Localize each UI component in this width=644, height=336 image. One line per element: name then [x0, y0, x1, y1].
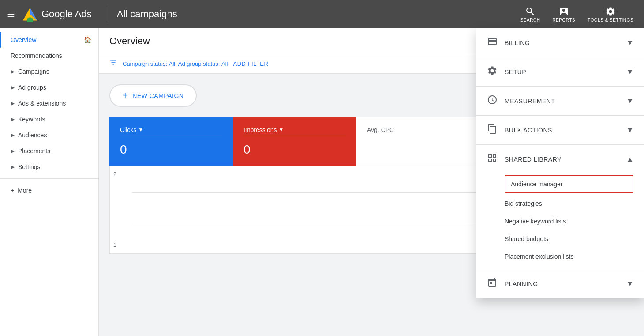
filter-value2[interactable]: All	[221, 60, 228, 67]
sidebar-item-settings[interactable]: ▶ Settings	[0, 159, 98, 175]
impressions-label: Impressions ▼	[243, 126, 346, 137]
y-label-1: 1	[113, 242, 128, 248]
billing-header[interactable]: BILLING ▼	[476, 28, 644, 57]
home-icon: 🏠	[84, 36, 91, 43]
planning-header[interactable]: PLANNING ▼	[476, 269, 644, 298]
chevron-down-icon: ▼	[626, 126, 633, 134]
campaign-title: All campaigns	[117, 8, 520, 20]
setup-icon	[487, 65, 498, 78]
dropdown-arrow-icon: ▼	[278, 127, 284, 133]
impressions-value: 0	[243, 143, 346, 157]
sidebar-item-ads-extensions[interactable]: ▶ Ads & extensions	[0, 95, 98, 111]
chevron-down-icon: ▼	[626, 97, 633, 105]
sidebar-item-label: Placements	[18, 147, 50, 155]
placement-exclusion-lists-item[interactable]: Placement exclusion lists	[505, 248, 644, 265]
clicks-label: Clicks ▼	[120, 126, 222, 137]
impressions-card[interactable]: Impressions ▼ 0	[233, 117, 356, 166]
google-ads-logo-icon	[22, 6, 38, 22]
chevron-icon: ▶	[11, 100, 15, 106]
reports-icon	[558, 6, 569, 17]
shared-library-icon	[487, 153, 498, 166]
audience-manager-item[interactable]: Audience manager	[505, 175, 633, 193]
billing-section: BILLING ▼	[476, 28, 644, 57]
chevron-down-icon: ▼	[626, 39, 633, 47]
shared-library-sub-items: Audience manager Bid strategies Negative…	[476, 175, 644, 269]
sidebar-item-label: Ads & extensions	[18, 100, 66, 107]
planning-icon	[487, 277, 498, 290]
add-filter-button[interactable]: ADD FILTER	[233, 60, 268, 67]
chevron-icon: ▶	[11, 164, 15, 170]
tools-settings-icon	[605, 6, 616, 17]
sidebar-item-label: Audiences	[18, 132, 47, 139]
sidebar-item-placements[interactable]: ▶ Placements	[0, 143, 98, 159]
sidebar-item-label: Campaigns	[18, 68, 49, 75]
tools-settings-button[interactable]: TOOLS & SETTINGS	[588, 6, 633, 23]
sidebar-item-overview[interactable]: Overview 🏠	[0, 32, 98, 48]
bulk-actions-label: BULK ACTIONS	[505, 127, 626, 134]
sidebar-item-label: Settings	[18, 163, 41, 170]
new-campaign-label: NEW CAMPAIGN	[132, 92, 183, 99]
chevron-down-icon: ▼	[626, 280, 633, 288]
sidebar-item-ad-groups[interactable]: ▶ Ad groups	[0, 79, 98, 95]
search-button[interactable]: SEARCH	[520, 6, 540, 23]
sidebar-item-label: Recommendations	[11, 52, 62, 59]
filter-value1[interactable]: All	[169, 60, 175, 67]
search-label: SEARCH	[520, 18, 540, 23]
shared-library-section: SHARED LIBRARY ▲ Audience manager Bid st…	[476, 145, 644, 269]
sidebar-item-keywords[interactable]: ▶ Keywords	[0, 111, 98, 127]
billing-icon	[487, 36, 498, 49]
planning-label: PLANNING	[505, 280, 626, 287]
sidebar-item-label: Ad groups	[18, 84, 46, 91]
logo: Google Ads	[22, 6, 92, 22]
billing-label: BILLING	[505, 39, 626, 46]
bid-strategies-item[interactable]: Bid strategies	[505, 195, 644, 212]
setup-header[interactable]: SETUP ▼	[476, 57, 644, 86]
dropdown-arrow-icon: ▼	[138, 127, 143, 133]
chevron-icon: ▶	[11, 116, 15, 122]
reports-button[interactable]: REPORTS	[552, 6, 575, 23]
filter-icon	[109, 59, 117, 69]
bulk-actions-icon	[487, 124, 498, 136]
sidebar-divider	[0, 178, 98, 179]
app-name: Google Ads	[41, 8, 92, 20]
measurement-label: MEASUREMENT	[505, 98, 626, 105]
chevron-icon: ▶	[11, 84, 15, 91]
search-icon	[525, 6, 535, 17]
header-right-icons: SEARCH REPORTS TOOLS & SETTINGS	[520, 6, 633, 23]
clicks-value: 0	[120, 143, 222, 157]
bulk-actions-header[interactable]: BULK ACTIONS ▼	[476, 116, 644, 144]
sidebar-more-label: More	[18, 187, 32, 194]
shared-budgets-item[interactable]: Shared budgets	[505, 230, 644, 248]
bulk-actions-section: BULK ACTIONS ▼	[476, 116, 644, 145]
sidebar-item-audiences[interactable]: ▶ Audiences	[0, 127, 98, 143]
reports-label: REPORTS	[552, 18, 575, 23]
clicks-card[interactable]: Clicks ▼ 0	[109, 117, 233, 166]
plus-icon: +	[123, 91, 128, 101]
chevron-icon: ▶	[11, 132, 15, 138]
chevron-icon: ▶	[11, 148, 15, 154]
sidebar-item-label: Overview	[11, 36, 36, 43]
sidebar-item-recommendations[interactable]: Recommendations	[0, 48, 98, 64]
negative-keyword-lists-item[interactable]: Negative keyword lists	[505, 212, 644, 230]
filter-text: Campaign status: All; Ad group status: A…	[123, 60, 228, 67]
sidebar-item-campaigns[interactable]: ▶ Campaigns	[0, 64, 98, 79]
shared-library-label: SHARED LIBRARY	[505, 156, 626, 163]
header-divider	[108, 6, 108, 22]
plus-icon: +	[11, 187, 14, 194]
tools-settings-dropdown: BILLING ▼ SETUP ▼ MEASUREMENT ▼ BUL	[476, 28, 644, 298]
y-label-2: 2	[113, 171, 128, 177]
menu-icon[interactable]: ☰	[7, 9, 15, 19]
top-header: ☰ Google Ads All campaigns SEARCH REPORT…	[0, 0, 644, 28]
measurement-icon	[487, 94, 498, 107]
sidebar-item-label: Keywords	[18, 116, 45, 123]
setup-section: SETUP ▼	[476, 57, 644, 87]
sidebar-more-button[interactable]: + More	[0, 182, 98, 198]
shared-library-header[interactable]: SHARED LIBRARY ▲	[476, 145, 644, 174]
new-campaign-button[interactable]: + NEW CAMPAIGN	[109, 84, 197, 107]
chart-y-labels: 2 1	[110, 166, 132, 253]
chevron-down-icon: ▼	[626, 68, 633, 76]
chevron-icon: ▶	[11, 68, 15, 75]
measurement-header[interactable]: MEASUREMENT ▼	[476, 87, 644, 115]
tools-settings-label: TOOLS & SETTINGS	[588, 18, 633, 23]
measurement-section: MEASUREMENT ▼	[476, 87, 644, 116]
